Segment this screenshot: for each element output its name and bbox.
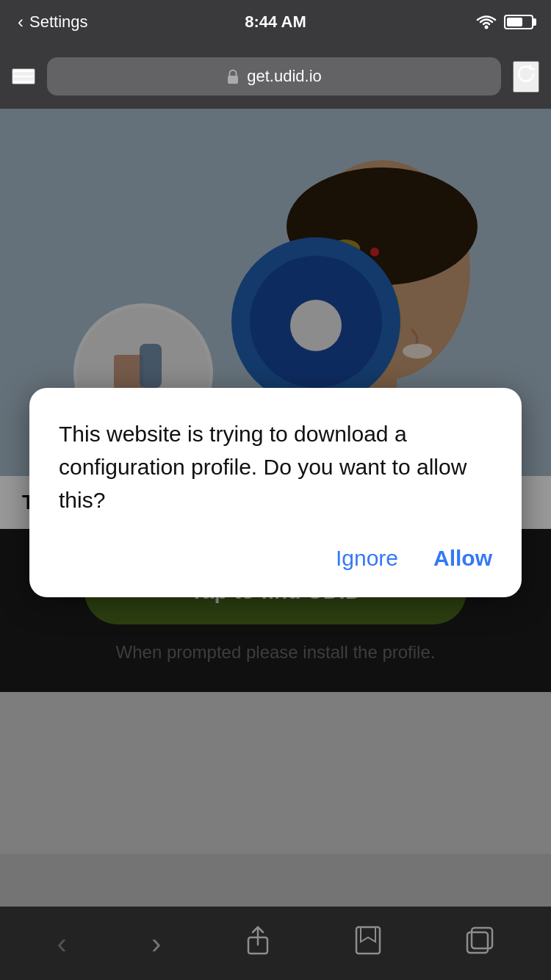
lock-icon — [226, 68, 240, 84]
status-right — [476, 15, 533, 29]
settings-back-label[interactable]: Settings — [29, 12, 88, 32]
wifi-icon — [476, 15, 497, 29]
url-bar[interactable]: get.udid.io — [47, 57, 501, 96]
status-left: ‹ Settings — [18, 12, 88, 32]
svg-rect-1 — [228, 76, 238, 84]
refresh-icon — [514, 62, 538, 86]
hamburger-menu-button[interactable] — [12, 68, 35, 84]
url-text: get.udid.io — [247, 67, 322, 86]
svg-point-0 — [485, 26, 489, 29]
dialog-message: This website is trying to download a con… — [59, 417, 492, 516]
refresh-button[interactable] — [513, 61, 539, 93]
allow-button[interactable]: Allow — [433, 546, 492, 571]
browser-bar: get.udid.io — [0, 44, 551, 109]
status-time: 8:44 AM — [245, 12, 306, 32]
dialog-actions: Ignore Allow — [59, 546, 492, 571]
config-profile-dialog: This website is trying to download a con… — [29, 388, 522, 597]
content-area: The cost of hearing aids in Pune Tap to … — [0, 109, 551, 980]
status-bar: ‹ Settings 8:44 AM — [0, 0, 551, 44]
back-chevron-icon: ‹ — [18, 12, 24, 32]
battery-icon — [504, 15, 533, 29]
ignore-button[interactable]: Ignore — [336, 546, 398, 571]
